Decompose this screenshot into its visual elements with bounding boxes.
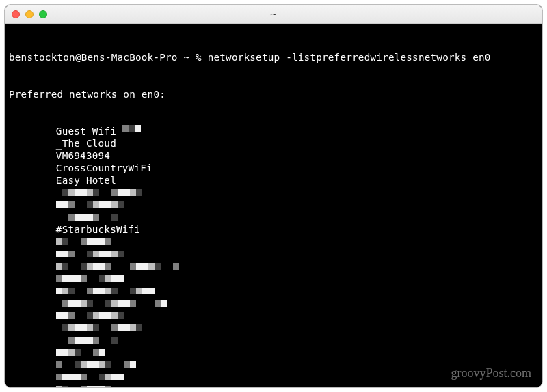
- network-item: _The Cloud: [9, 137, 538, 150]
- redacted-network: [9, 309, 538, 322]
- prompt: benstockton@Bens-MacBook-Pro ~ %: [9, 51, 208, 64]
- redacted-network: [9, 322, 538, 334]
- close-icon[interactable]: [12, 10, 20, 18]
- network-name: Easy Hotel: [56, 174, 116, 186]
- redacted-network: [9, 211, 538, 223]
- terminal-body[interactable]: benstockton@Bens-MacBook-Pro ~ % network…: [5, 24, 542, 387]
- redacted-network: [9, 285, 538, 297]
- command-line: benstockton@Bens-MacBook-Pro ~ % network…: [9, 51, 538, 64]
- window-title: ~: [5, 9, 542, 19]
- title-bar: ~: [5, 5, 542, 24]
- network-item: #StarbucksWifi: [9, 223, 538, 236]
- network-name: VM6943094: [56, 150, 110, 162]
- traffic-lights: [12, 10, 47, 18]
- redacted-network: [9, 359, 538, 371]
- network-name: #StarbucksWifi: [56, 223, 140, 236]
- redacted-network: [9, 199, 538, 211]
- redacted-network: [9, 371, 538, 383]
- redacted-network: [9, 236, 538, 248]
- maximize-icon[interactable]: [39, 10, 47, 18]
- command-text: networksetup -listpreferredwirelessnetwo…: [208, 51, 491, 64]
- redacted-network: [9, 346, 538, 359]
- network-item: CrossCountryWiFi: [9, 162, 538, 174]
- network-name: _The Cloud: [56, 137, 116, 150]
- network-name: Guest Wifi: [56, 125, 122, 137]
- network-list: Guest Wifi _The CloudVM6943094CrossCount…: [9, 125, 538, 387]
- terminal-window: ~ benstockton@Bens-MacBook-Pro ~ % netwo…: [4, 4, 543, 388]
- minimize-icon[interactable]: [25, 10, 34, 18]
- redacted-network: [9, 272, 538, 285]
- redacted-network: [9, 248, 538, 260]
- output-header: Preferred networks on en0:: [9, 88, 538, 100]
- redacted-network: [9, 334, 538, 346]
- network-name: CrossCountryWiFi: [56, 162, 152, 174]
- redacted-network: [9, 297, 538, 309]
- network-item: Guest Wifi: [9, 125, 538, 137]
- redacted-network: [9, 260, 538, 272]
- network-item: Easy Hotel: [9, 174, 538, 186]
- redacted-network: [9, 383, 538, 387]
- redacted-network: [9, 186, 538, 199]
- network-item: VM6943094: [9, 150, 538, 162]
